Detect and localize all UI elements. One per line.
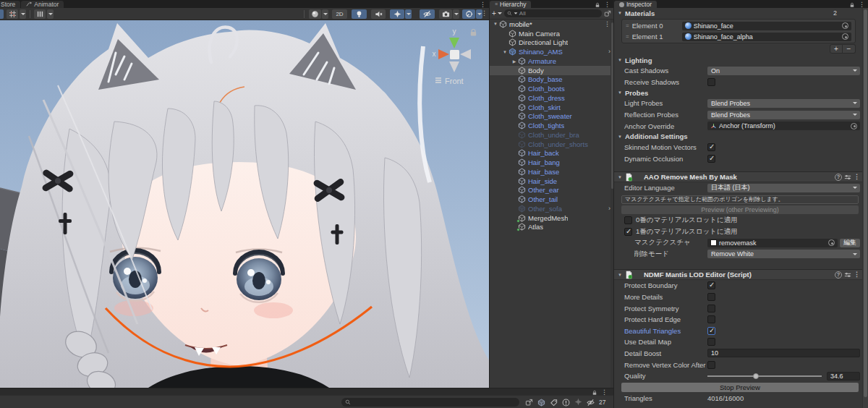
audio-toggle[interactable] <box>371 9 386 19</box>
hierarchy-item-hair-back[interactable]: Hair_back <box>490 149 613 158</box>
hierarchy-item-other-sofa[interactable]: Other_sofa › <box>490 204 613 213</box>
property-checkbox[interactable] <box>707 338 715 346</box>
expand-arrow-icon[interactable]: ▶ <box>511 59 518 64</box>
help-icon[interactable]: ? <box>835 271 842 279</box>
warning-filter-icon[interactable] <box>562 399 570 407</box>
property-checkbox[interactable] <box>707 327 715 335</box>
hierarchy-item-hair-side[interactable]: Hair_side <box>490 177 613 186</box>
aao-component-header[interactable]: ▼ AAO Remove Mesh By Mask ? ⋮ <box>614 171 863 182</box>
material-object-field[interactable]: Shinano_face <box>682 22 851 30</box>
hierarchy-search-field[interactable]: All <box>504 9 602 17</box>
quality-slider[interactable] <box>707 373 822 380</box>
reflection-probes-dropdown[interactable]: Blend Probes <box>707 111 860 119</box>
component-menu-icon[interactable]: ⋮ <box>854 271 860 278</box>
quality-value-field[interactable]: 34.6 <box>827 372 860 381</box>
hierarchy-lock-icon[interactable] <box>595 2 600 8</box>
hierarchy-item-cloth-boots[interactable]: Cloth_boots <box>490 84 613 93</box>
hierarchy-item-hair-bang[interactable]: Hair_bang <box>490 158 613 167</box>
scene-viewport[interactable]: y x Front <box>0 20 489 388</box>
row-trailing-icon[interactable]: ⋮ <box>604 21 610 27</box>
property-checkbox[interactable] <box>707 293 715 301</box>
hierarchy-item-armature[interactable]: ▶ Armature <box>490 56 613 66</box>
add-element-button[interactable]: + <box>830 44 843 54</box>
tool-handle-button[interactable] <box>0 9 4 19</box>
hidden-objects-toggle[interactable] <box>420 9 435 19</box>
preview-button-disabled[interactable]: Preview (other Previewing) <box>621 205 859 214</box>
scene-panel-menu-icon[interactable]: ⋮ <box>480 1 486 8</box>
hierarchy-item-shinano-ams[interactable]: ▼ Shinano_AMS › <box>490 47 613 56</box>
grid-options-caret[interactable] <box>20 9 26 19</box>
ndmf-component-header[interactable]: ▼ NDMF Mantis LOD Editor (Script) ? ⋮ <box>614 269 863 280</box>
property-checkbox[interactable] <box>707 315 715 323</box>
hierarchy-item-cloth-under-shorts[interactable]: Cloth_under_shorts <box>490 140 613 149</box>
edit-mask-button[interactable]: 編集 <box>840 239 860 247</box>
detail-boost-field[interactable]: 10 <box>707 349 860 357</box>
snap-increment-button[interactable] <box>34 9 46 19</box>
skinned-motion-vectors-checkbox[interactable] <box>707 143 715 151</box>
inspector-lock-icon[interactable] <box>849 2 855 8</box>
hierarchy-item-cloth-dress[interactable]: Cloth_dress <box>490 93 613 103</box>
expand-arrow-icon[interactable]: ▼ <box>492 22 499 26</box>
material-element-row[interactable]: = Element 1 Shinano_face_alpha <box>622 31 855 42</box>
expand-arrow-icon[interactable]: ▼ <box>501 50 509 54</box>
favorites-star-icon[interactable] <box>574 398 582 406</box>
tag-filter-icon[interactable] <box>550 399 558 407</box>
gizmos-toggle[interactable] <box>462 9 475 19</box>
hidden-objects-icon[interactable] <box>587 399 595 407</box>
hierarchy-item-cloth-sweater[interactable]: Cloth_sweater <box>490 112 613 122</box>
receive-shadows-checkbox[interactable] <box>707 78 715 86</box>
materials-count[interactable]: 2 <box>833 9 837 17</box>
materials-foldout[interactable]: ▼ Materials 2 <box>614 8 863 18</box>
hierarchy-menu-icon[interactable]: ⋮ <box>604 1 610 8</box>
tab-inspector[interactable]: Inspector <box>614 1 657 8</box>
presets-icon[interactable] <box>844 174 851 181</box>
object-picker-icon[interactable] <box>851 123 857 129</box>
drag-handle-icon[interactable]: = <box>626 33 629 40</box>
hierarchy-item-cloth-tights[interactable]: Cloth_tights <box>490 121 613 130</box>
snap-options-caret[interactable] <box>47 9 54 19</box>
stop-preview-button[interactable]: Stop Preview <box>621 383 859 392</box>
hierarchy-item-body-base[interactable]: Body_base <box>490 75 613 85</box>
material-element-row[interactable]: = Element 0 Shinano_face <box>622 20 855 31</box>
object-picker-icon[interactable] <box>842 33 848 40</box>
remove-vertex-color-checkbox[interactable] <box>707 361 715 369</box>
effects-toggle[interactable] <box>390 9 404 19</box>
pick-window-icon[interactable] <box>525 399 533 407</box>
bottom-search-field[interactable] <box>341 398 519 407</box>
material-object-field[interactable]: Shinano_face_alpha <box>682 33 851 41</box>
create-object-button[interactable]: + <box>492 9 502 17</box>
hierarchy-item-body[interactable]: Body <box>490 66 613 75</box>
hierarchy-item-other-ear[interactable]: Other_ear <box>490 186 613 195</box>
tab-hierarchy[interactable]: ≡ Hierarchy <box>490 1 531 8</box>
object-picker-icon[interactable] <box>828 239 835 246</box>
lighting-foldout[interactable]: ▼ Lighting <box>614 55 863 65</box>
tab-animator[interactable]: Animator <box>21 1 64 8</box>
effects-caret[interactable] <box>405 9 412 19</box>
shading-mode-button[interactable] <box>309 9 321 19</box>
light-probes-dropdown[interactable]: Blend Probes <box>707 99 860 108</box>
editor-language-dropdown[interactable]: 日本語 (日本) <box>707 184 860 192</box>
scene-orientation-gizmo[interactable]: y x Front <box>425 23 486 95</box>
remove-element-button[interactable]: − <box>843 44 856 54</box>
dynamic-occlusion-checkbox[interactable] <box>707 155 715 163</box>
property-checkbox[interactable] <box>707 281 715 289</box>
hierarchy-item-cloth-under-bra[interactable]: Cloth_under_bra <box>490 130 613 140</box>
probes-foldout[interactable]: ▼ Probes <box>614 88 863 98</box>
scene-lighting-toggle[interactable] <box>352 9 367 19</box>
scene-toolbar-menu-icon[interactable]: ⋮ <box>481 10 488 17</box>
slot0-checkbox[interactable] <box>624 216 632 224</box>
object-picker-icon[interactable] <box>842 22 848 29</box>
cast-shadows-dropdown[interactable]: On <box>707 67 860 75</box>
slider-thumb[interactable] <box>753 373 759 379</box>
hierarchy-item-cloth-skirt[interactable]: Cloth_skirt <box>490 103 613 112</box>
help-icon[interactable]: ? <box>835 174 842 181</box>
camera-caret[interactable] <box>453 9 459 19</box>
hierarchy-item-hair-base[interactable]: Hair_base <box>490 167 613 177</box>
drag-handle-icon[interactable]: = <box>626 22 629 29</box>
slot1-checkbox[interactable] <box>624 228 632 236</box>
presets-icon[interactable] <box>844 271 851 279</box>
hierarchy-item-mergedmesh[interactable]: MergedMesh <box>490 213 613 223</box>
anchor-override-field[interactable]: Anchor (Transform) <box>707 122 860 130</box>
tab-asset-store[interactable]: Store <box>0 1 20 8</box>
hierarchy-item-other-tail[interactable]: Other_tail <box>490 195 613 204</box>
